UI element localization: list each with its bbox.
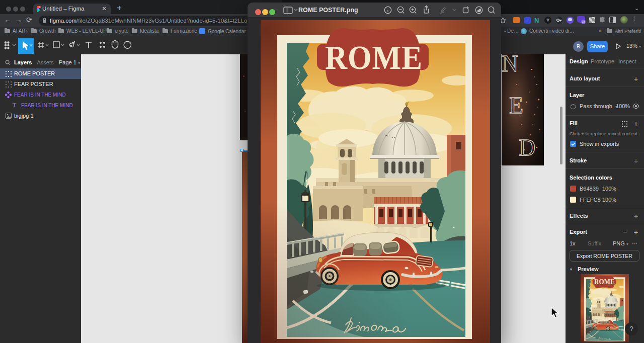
svg-text:N: N bbox=[502, 54, 518, 76]
svg-text:D: D bbox=[519, 135, 535, 160]
svg-text:E: E bbox=[509, 93, 523, 118]
